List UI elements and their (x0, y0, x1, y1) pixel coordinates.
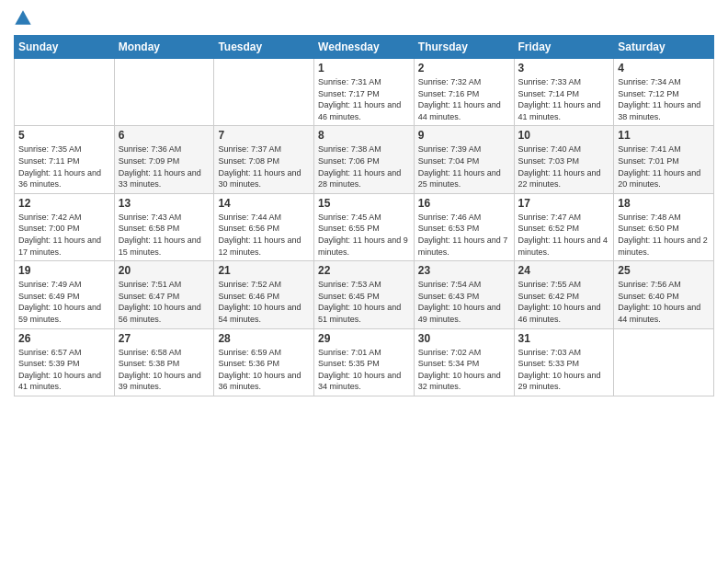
day-info: Sunrise: 7:33 AM Sunset: 7:14 PM Dayligh… (518, 76, 610, 122)
day-info: Sunrise: 7:52 AM Sunset: 6:46 PM Dayligh… (218, 279, 310, 325)
col-header-monday: Monday (114, 36, 214, 59)
col-header-saturday: Saturday (614, 36, 714, 59)
svg-marker-0 (15, 10, 30, 24)
day-cell: 10Sunrise: 7:40 AM Sunset: 7:03 PM Dayli… (514, 126, 614, 193)
day-cell: 31Sunrise: 7:03 AM Sunset: 5:33 PM Dayli… (514, 328, 614, 396)
day-number: 10 (518, 129, 610, 142)
day-cell: 7Sunrise: 7:37 AM Sunset: 7:08 PM Daylig… (214, 126, 314, 193)
day-cell: 13Sunrise: 7:43 AM Sunset: 6:58 PM Dayli… (114, 193, 214, 260)
day-cell: 25Sunrise: 7:56 AM Sunset: 6:40 PM Dayli… (614, 261, 714, 328)
day-number: 5 (18, 129, 110, 142)
day-cell: 30Sunrise: 7:02 AM Sunset: 5:34 PM Dayli… (414, 328, 514, 396)
day-number: 13 (119, 197, 210, 210)
day-cell: 26Sunrise: 6:57 AM Sunset: 5:39 PM Dayli… (15, 328, 115, 396)
day-cell: 1Sunrise: 7:31 AM Sunset: 7:17 PM Daylig… (314, 59, 415, 126)
day-number: 25 (618, 264, 710, 277)
day-info: Sunrise: 7:37 AM Sunset: 7:08 PM Dayligh… (218, 144, 310, 190)
day-cell: 28Sunrise: 6:59 AM Sunset: 5:36 PM Dayli… (214, 328, 314, 396)
col-header-wednesday: Wednesday (314, 36, 415, 59)
day-info: Sunrise: 7:01 AM Sunset: 5:35 PM Dayligh… (318, 347, 410, 393)
logo-icon (14, 9, 32, 28)
day-number: 3 (518, 62, 610, 75)
day-number: 16 (418, 197, 510, 210)
day-info: Sunrise: 7:32 AM Sunset: 7:16 PM Dayligh… (418, 76, 510, 122)
day-cell: 5Sunrise: 7:35 AM Sunset: 7:11 PM Daylig… (15, 126, 115, 193)
day-number: 18 (618, 197, 710, 210)
day-info: Sunrise: 7:38 AM Sunset: 7:06 PM Dayligh… (318, 144, 410, 190)
day-number: 6 (119, 129, 210, 142)
day-cell: 3Sunrise: 7:33 AM Sunset: 7:14 PM Daylig… (514, 59, 614, 126)
day-info: Sunrise: 6:58 AM Sunset: 5:38 PM Dayligh… (119, 347, 210, 393)
day-number: 29 (318, 332, 410, 345)
week-row-1: 1Sunrise: 7:31 AM Sunset: 7:17 PM Daylig… (15, 59, 714, 126)
day-cell: 14Sunrise: 7:44 AM Sunset: 6:56 PM Dayli… (214, 193, 314, 260)
week-row-2: 5Sunrise: 7:35 AM Sunset: 7:11 PM Daylig… (15, 126, 714, 193)
day-number: 1 (318, 62, 410, 75)
day-number: 23 (418, 264, 510, 277)
day-cell: 12Sunrise: 7:42 AM Sunset: 7:00 PM Dayli… (15, 193, 115, 260)
day-number: 27 (119, 332, 210, 345)
day-number: 9 (418, 129, 510, 142)
col-header-sunday: Sunday (15, 36, 115, 59)
day-cell (15, 59, 115, 126)
day-cell: 16Sunrise: 7:46 AM Sunset: 6:53 PM Dayli… (414, 193, 514, 260)
day-number: 24 (518, 264, 610, 277)
day-cell: 4Sunrise: 7:34 AM Sunset: 7:12 PM Daylig… (614, 59, 714, 126)
day-number: 12 (18, 197, 110, 210)
day-number: 7 (218, 129, 310, 142)
day-cell: 24Sunrise: 7:55 AM Sunset: 6:42 PM Dayli… (514, 261, 614, 328)
day-cell: 9Sunrise: 7:39 AM Sunset: 7:04 PM Daylig… (414, 126, 514, 193)
week-row-5: 26Sunrise: 6:57 AM Sunset: 5:39 PM Dayli… (15, 328, 714, 396)
day-cell: 22Sunrise: 7:53 AM Sunset: 6:45 PM Dayli… (314, 261, 415, 328)
day-number: 17 (518, 197, 610, 210)
day-number: 2 (418, 62, 510, 75)
day-cell: 2Sunrise: 7:32 AM Sunset: 7:16 PM Daylig… (414, 59, 514, 126)
day-info: Sunrise: 7:55 AM Sunset: 6:42 PM Dayligh… (518, 279, 610, 325)
day-cell (214, 59, 314, 126)
week-row-4: 19Sunrise: 7:49 AM Sunset: 6:49 PM Dayli… (15, 261, 714, 328)
day-number: 8 (318, 129, 410, 142)
day-cell: 21Sunrise: 7:52 AM Sunset: 6:46 PM Dayli… (214, 261, 314, 328)
day-info: Sunrise: 7:02 AM Sunset: 5:34 PM Dayligh… (418, 347, 510, 393)
day-cell: 20Sunrise: 7:51 AM Sunset: 6:47 PM Dayli… (114, 261, 214, 328)
day-number: 14 (218, 197, 310, 210)
header-row: SundayMondayTuesdayWednesdayThursdayFrid… (15, 36, 714, 59)
day-number: 31 (518, 332, 610, 345)
day-info: Sunrise: 7:36 AM Sunset: 7:09 PM Dayligh… (119, 144, 210, 190)
col-header-friday: Friday (514, 36, 614, 59)
day-cell: 17Sunrise: 7:47 AM Sunset: 6:52 PM Dayli… (514, 193, 614, 260)
day-info: Sunrise: 7:34 AM Sunset: 7:12 PM Dayligh… (618, 76, 710, 122)
logo (14, 9, 36, 28)
day-cell: 27Sunrise: 6:58 AM Sunset: 5:38 PM Dayli… (114, 328, 214, 396)
day-info: Sunrise: 7:31 AM Sunset: 7:17 PM Dayligh… (318, 76, 410, 122)
day-info: Sunrise: 7:35 AM Sunset: 7:11 PM Dayligh… (18, 144, 110, 190)
col-header-thursday: Thursday (414, 36, 514, 59)
day-cell: 18Sunrise: 7:48 AM Sunset: 6:50 PM Dayli… (614, 193, 714, 260)
day-number: 20 (119, 264, 210, 277)
day-info: Sunrise: 7:42 AM Sunset: 7:00 PM Dayligh… (18, 212, 110, 258)
day-number: 21 (218, 264, 310, 277)
day-cell: 29Sunrise: 7:01 AM Sunset: 5:35 PM Dayli… (314, 328, 415, 396)
header (14, 9, 714, 28)
day-number: 28 (218, 332, 310, 345)
day-cell: 23Sunrise: 7:54 AM Sunset: 6:43 PM Dayli… (414, 261, 514, 328)
col-header-tuesday: Tuesday (214, 36, 314, 59)
page: SundayMondayTuesdayWednesdayThursdayFrid… (0, 0, 728, 563)
day-info: Sunrise: 7:47 AM Sunset: 6:52 PM Dayligh… (518, 212, 610, 258)
day-cell (614, 328, 714, 396)
day-number: 15 (318, 197, 410, 210)
day-info: Sunrise: 7:49 AM Sunset: 6:49 PM Dayligh… (18, 279, 110, 325)
day-cell: 6Sunrise: 7:36 AM Sunset: 7:09 PM Daylig… (114, 126, 214, 193)
day-info: Sunrise: 7:53 AM Sunset: 6:45 PM Dayligh… (318, 279, 410, 325)
day-cell: 11Sunrise: 7:41 AM Sunset: 7:01 PM Dayli… (614, 126, 714, 193)
day-info: Sunrise: 7:45 AM Sunset: 6:55 PM Dayligh… (318, 212, 410, 258)
day-info: Sunrise: 6:57 AM Sunset: 5:39 PM Dayligh… (18, 347, 110, 393)
day-info: Sunrise: 7:54 AM Sunset: 6:43 PM Dayligh… (418, 279, 510, 325)
day-cell: 8Sunrise: 7:38 AM Sunset: 7:06 PM Daylig… (314, 126, 415, 193)
day-cell: 19Sunrise: 7:49 AM Sunset: 6:49 PM Dayli… (15, 261, 115, 328)
day-info: Sunrise: 7:46 AM Sunset: 6:53 PM Dayligh… (418, 212, 510, 258)
day-info: Sunrise: 7:48 AM Sunset: 6:50 PM Dayligh… (618, 212, 710, 258)
day-cell: 15Sunrise: 7:45 AM Sunset: 6:55 PM Dayli… (314, 193, 415, 260)
day-number: 19 (18, 264, 110, 277)
day-info: Sunrise: 7:03 AM Sunset: 5:33 PM Dayligh… (518, 347, 610, 393)
